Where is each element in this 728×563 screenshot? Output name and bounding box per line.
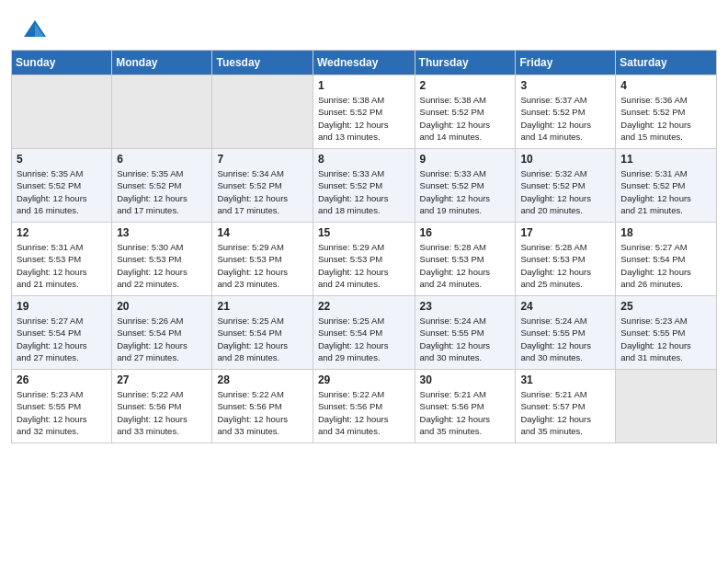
svg-marker-1 — [35, 24, 44, 37]
calendar-cell: 5Sunrise: 5:35 AM Sunset: 5:52 PM Daylig… — [12, 149, 112, 223]
calendar-cell: 27Sunrise: 5:22 AM Sunset: 5:56 PM Dayli… — [112, 370, 212, 443]
day-number: 30 — [420, 373, 511, 386]
day-number: 23 — [420, 300, 511, 313]
day-info: Sunrise: 5:31 AM Sunset: 5:53 PM Dayligh… — [17, 241, 107, 290]
day-number: 12 — [17, 226, 107, 239]
calendar-week-row: 5Sunrise: 5:35 AM Sunset: 5:52 PM Daylig… — [12, 149, 717, 223]
day-info: Sunrise: 5:27 AM Sunset: 5:54 PM Dayligh… — [620, 241, 711, 290]
day-info: Sunrise: 5:38 AM Sunset: 5:52 PM Dayligh… — [420, 94, 511, 143]
day-info: Sunrise: 5:38 AM Sunset: 5:52 PM Dayligh… — [318, 94, 410, 143]
calendar-cell: 10Sunrise: 5:32 AM Sunset: 5:52 PM Dayli… — [516, 149, 616, 223]
calendar-cell: 9Sunrise: 5:33 AM Sunset: 5:52 PM Daylig… — [415, 149, 516, 223]
weekday-header: Monday — [112, 51, 212, 75]
calendar-cell — [112, 75, 212, 149]
day-number: 27 — [117, 373, 207, 386]
day-info: Sunrise: 5:28 AM Sunset: 5:53 PM Dayligh… — [420, 241, 511, 290]
calendar-cell — [212, 75, 313, 149]
day-number: 28 — [217, 373, 307, 386]
day-info: Sunrise: 5:29 AM Sunset: 5:53 PM Dayligh… — [217, 241, 307, 290]
calendar-cell: 30Sunrise: 5:21 AM Sunset: 5:56 PM Dayli… — [415, 370, 516, 443]
day-number: 20 — [117, 300, 207, 313]
weekday-header: Saturday — [616, 51, 717, 75]
header — [0, 0, 728, 50]
day-info: Sunrise: 5:37 AM Sunset: 5:52 PM Dayligh… — [520, 94, 610, 143]
day-number: 2 — [420, 79, 511, 92]
day-info: Sunrise: 5:35 AM Sunset: 5:52 PM Dayligh… — [17, 167, 107, 216]
day-info: Sunrise: 5:27 AM Sunset: 5:54 PM Dayligh… — [17, 315, 107, 363]
day-number: 22 — [318, 300, 410, 313]
calendar-cell: 24Sunrise: 5:24 AM Sunset: 5:55 PM Dayli… — [516, 296, 616, 370]
weekday-header: Tuesday — [212, 51, 313, 75]
day-info: Sunrise: 5:33 AM Sunset: 5:52 PM Dayligh… — [420, 167, 511, 216]
day-number: 14 — [217, 226, 307, 239]
calendar-week-row: 12Sunrise: 5:31 AM Sunset: 5:53 PM Dayli… — [12, 223, 717, 296]
calendar-week-row: 26Sunrise: 5:23 AM Sunset: 5:55 PM Dayli… — [12, 370, 717, 443]
day-info: Sunrise: 5:22 AM Sunset: 5:56 PM Dayligh… — [318, 388, 410, 437]
day-number: 18 — [620, 226, 711, 239]
calendar-cell: 29Sunrise: 5:22 AM Sunset: 5:56 PM Dayli… — [313, 370, 415, 443]
calendar-cell: 20Sunrise: 5:26 AM Sunset: 5:54 PM Dayli… — [112, 296, 212, 370]
day-number: 13 — [117, 226, 207, 239]
calendar-week-row: 19Sunrise: 5:27 AM Sunset: 5:54 PM Dayli… — [12, 296, 717, 370]
calendar-cell: 17Sunrise: 5:28 AM Sunset: 5:53 PM Dayli… — [516, 223, 616, 296]
calendar-cell: 14Sunrise: 5:29 AM Sunset: 5:53 PM Dayli… — [212, 223, 313, 296]
day-number: 25 — [620, 300, 711, 313]
day-number: 8 — [318, 153, 410, 166]
day-number: 31 — [520, 373, 610, 386]
day-info: Sunrise: 5:23 AM Sunset: 5:55 PM Dayligh… — [620, 315, 711, 363]
calendar-cell: 6Sunrise: 5:35 AM Sunset: 5:52 PM Daylig… — [112, 149, 212, 223]
weekday-header: Friday — [516, 51, 616, 75]
weekday-header: Sunday — [12, 51, 112, 75]
logo-icon — [22, 17, 48, 42]
calendar-week-row: 1Sunrise: 5:38 AM Sunset: 5:52 PM Daylig… — [12, 75, 717, 149]
day-info: Sunrise: 5:24 AM Sunset: 5:55 PM Dayligh… — [520, 315, 610, 363]
calendar-cell: 7Sunrise: 5:34 AM Sunset: 5:52 PM Daylig… — [212, 149, 313, 223]
calendar-cell: 11Sunrise: 5:31 AM Sunset: 5:52 PM Dayli… — [616, 149, 717, 223]
calendar-body: 1Sunrise: 5:38 AM Sunset: 5:52 PM Daylig… — [12, 75, 717, 443]
calendar-cell: 25Sunrise: 5:23 AM Sunset: 5:55 PM Dayli… — [616, 296, 717, 370]
day-number: 3 — [520, 79, 610, 92]
day-info: Sunrise: 5:22 AM Sunset: 5:56 PM Dayligh… — [217, 388, 307, 437]
day-number: 5 — [17, 153, 107, 166]
day-number: 7 — [217, 153, 307, 166]
day-info: Sunrise: 5:23 AM Sunset: 5:55 PM Dayligh… — [17, 388, 107, 437]
calendar-cell: 22Sunrise: 5:25 AM Sunset: 5:54 PM Dayli… — [313, 296, 415, 370]
day-info: Sunrise: 5:34 AM Sunset: 5:52 PM Dayligh… — [217, 167, 307, 216]
day-number: 1 — [318, 79, 410, 92]
calendar-wrap: SundayMondayTuesdayWednesdayThursdayFrid… — [0, 50, 728, 454]
calendar-cell: 16Sunrise: 5:28 AM Sunset: 5:53 PM Dayli… — [415, 223, 516, 296]
day-info: Sunrise: 5:35 AM Sunset: 5:52 PM Dayligh… — [117, 167, 207, 216]
calendar-cell: 31Sunrise: 5:21 AM Sunset: 5:57 PM Dayli… — [516, 370, 616, 443]
calendar-table: SundayMondayTuesdayWednesdayThursdayFrid… — [11, 50, 717, 443]
day-number: 11 — [620, 153, 711, 166]
calendar-cell — [12, 75, 112, 149]
day-info: Sunrise: 5:21 AM Sunset: 5:56 PM Dayligh… — [420, 388, 511, 437]
day-number: 17 — [520, 226, 610, 239]
calendar-cell: 28Sunrise: 5:22 AM Sunset: 5:56 PM Dayli… — [212, 370, 313, 443]
day-number: 16 — [420, 226, 511, 239]
calendar-cell: 19Sunrise: 5:27 AM Sunset: 5:54 PM Dayli… — [12, 296, 112, 370]
calendar-cell: 26Sunrise: 5:23 AM Sunset: 5:55 PM Dayli… — [12, 370, 112, 443]
day-number: 29 — [318, 373, 410, 386]
day-number: 19 — [17, 300, 107, 313]
day-info: Sunrise: 5:31 AM Sunset: 5:52 PM Dayligh… — [620, 167, 711, 216]
day-info: Sunrise: 5:26 AM Sunset: 5:54 PM Dayligh… — [117, 315, 207, 363]
day-info: Sunrise: 5:22 AM Sunset: 5:56 PM Dayligh… — [117, 388, 207, 437]
calendar-cell: 3Sunrise: 5:37 AM Sunset: 5:52 PM Daylig… — [516, 75, 616, 149]
day-number: 21 — [217, 300, 307, 313]
calendar-cell: 8Sunrise: 5:33 AM Sunset: 5:52 PM Daylig… — [313, 149, 415, 223]
logo — [22, 17, 51, 42]
day-info: Sunrise: 5:21 AM Sunset: 5:57 PM Dayligh… — [520, 388, 610, 437]
day-number: 6 — [117, 153, 207, 166]
calendar-cell: 13Sunrise: 5:30 AM Sunset: 5:53 PM Dayli… — [112, 223, 212, 296]
day-info: Sunrise: 5:32 AM Sunset: 5:52 PM Dayligh… — [520, 167, 610, 216]
day-number: 4 — [620, 79, 711, 92]
day-info: Sunrise: 5:29 AM Sunset: 5:53 PM Dayligh… — [318, 241, 410, 290]
day-number: 9 — [420, 153, 511, 166]
calendar-cell: 18Sunrise: 5:27 AM Sunset: 5:54 PM Dayli… — [616, 223, 717, 296]
weekday-header: Wednesday — [313, 51, 415, 75]
day-number: 24 — [520, 300, 610, 313]
calendar-cell — [616, 370, 717, 443]
day-info: Sunrise: 5:36 AM Sunset: 5:52 PM Dayligh… — [620, 94, 711, 143]
page: SundayMondayTuesdayWednesdayThursdayFrid… — [0, 0, 728, 563]
